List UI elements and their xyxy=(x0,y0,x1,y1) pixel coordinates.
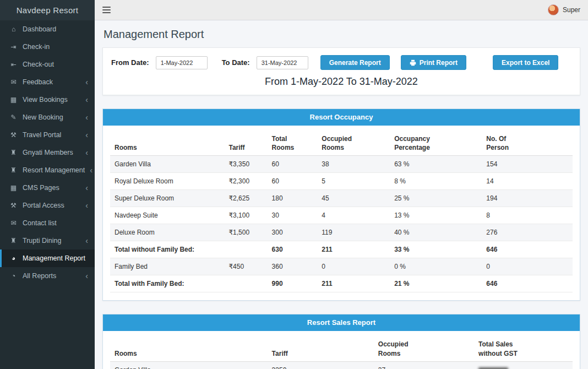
brand[interactable]: Navdeep Resort xyxy=(0,0,95,20)
wrench-icon: ⚒ xyxy=(9,202,18,209)
sidebar-item-label: Check-in xyxy=(23,43,50,51)
sidebar-item-view-bookings[interactable]: ▦View Bookings‹ xyxy=(0,91,95,108)
sidebar-item-all-reports[interactable]: ◔All Reports‹ xyxy=(0,267,95,285)
table-cell: Navdeep Suite xyxy=(110,207,224,224)
table-cell: Garden Villa xyxy=(110,361,268,369)
dashboard-icon: ⌂ xyxy=(9,25,18,33)
avatar xyxy=(548,4,559,15)
column-header: Rooms xyxy=(110,337,268,361)
username: Super xyxy=(563,6,580,14)
column-header: Total Rooms xyxy=(268,131,318,156)
table-cell: 300 xyxy=(268,224,318,241)
sidebar-item-label: Portal Access xyxy=(23,202,64,209)
wrench-icon: ⚒ xyxy=(9,131,18,139)
hamburger-icon[interactable] xyxy=(102,7,111,13)
table-cell: 37 xyxy=(374,361,474,369)
table-cell: 4 xyxy=(317,207,390,224)
sidebar-item-label: Resort Management xyxy=(23,166,85,174)
sidebar-nav: ⌂Dashboard⇥Check-in⇤Check-out✉Feedback‹▦… xyxy=(0,20,95,285)
pie-chart-icon: ◕ xyxy=(9,254,18,262)
content-area: Management Report From Date: To Date: Ge… xyxy=(95,20,588,369)
grid-icon: ▦ xyxy=(9,184,18,192)
table-cell: 8 % xyxy=(390,173,482,190)
table-cell: 194 xyxy=(482,190,573,207)
chevron-left-icon: ‹ xyxy=(85,185,88,191)
occupancy-table-title: Resort Occupancy xyxy=(103,109,580,126)
table-cell: 25 % xyxy=(390,190,482,207)
table-cell: ₹2,300 xyxy=(224,173,267,190)
table-row: Royal Deluxe Room₹2,3006058 %14 xyxy=(110,173,573,190)
table-cell: 21 % xyxy=(390,275,482,292)
sidebar-item-label: View Bookings xyxy=(23,96,68,104)
from-date-label: From Date: xyxy=(111,58,149,67)
sidebar-item-check-out[interactable]: ⇤Check-out xyxy=(0,56,95,73)
table-cell: ₹3,100 xyxy=(224,207,267,224)
table-cell: 33 % xyxy=(390,241,482,258)
table-cell: Garden Villa xyxy=(110,156,224,173)
envelope-icon: ✉ xyxy=(9,219,18,227)
export-excel-button[interactable]: Export to Excel xyxy=(493,55,558,70)
sidebar-item-label: Contact list xyxy=(23,219,57,227)
sidebar-item-resort-management[interactable]: ♜Resort Management‹ xyxy=(0,161,95,179)
table-row: Garden Villa335037 xyxy=(110,361,573,369)
table-row: Family Bed₹45036000 %0 xyxy=(110,258,573,275)
check-in-icon: ⇥ xyxy=(9,43,18,51)
sidebar-item-feedback[interactable]: ✉Feedback‹ xyxy=(0,73,95,91)
sidebar-item-label: New Booking xyxy=(23,113,63,121)
table-cell: 154 xyxy=(482,156,573,173)
table-cell: 360 xyxy=(268,258,318,275)
page-title: Management Report xyxy=(104,28,580,41)
table-cell: Deluxe Room xyxy=(110,224,224,241)
sales-report-card: Resort Sales Report RoomsTariffOccupied … xyxy=(102,314,580,369)
sidebar-item-trupti-dining[interactable]: ♜Trupti Dining‹ xyxy=(0,232,95,249)
calendar-icon: ▦ xyxy=(9,96,18,104)
sidebar-item-portal-access[interactable]: ⚒Portal Access‹ xyxy=(0,197,95,214)
column-header: No. Of Person xyxy=(482,131,573,156)
table-cell: 646 xyxy=(482,275,573,292)
sidebar-item-label: Trupti Dining xyxy=(23,237,61,245)
table-row: Super Deluxe Room₹2,6251804525 %194 xyxy=(110,190,573,207)
occupancy-table: RoomsTariffTotal RoomsOccupied RoomsOccu… xyxy=(110,131,573,292)
sidebar: Navdeep Resort ⌂Dashboard⇥Check-in⇤Check… xyxy=(0,0,95,369)
table-cell: 211 xyxy=(317,241,390,258)
date-range-heading: From 1-May-2022 To 31-May-2022 xyxy=(111,76,571,88)
sidebar-item-gnyati-members[interactable]: ♜Gnyati Members‹ xyxy=(0,144,95,161)
table-cell: Super Deluxe Room xyxy=(110,190,224,207)
sidebar-item-cms-pages[interactable]: ▦CMS Pages‹ xyxy=(0,179,95,197)
sidebar-item-new-booking[interactable]: ✎New Booking‹ xyxy=(0,108,95,126)
table-row: Total with Family Bed:99021121 %646 xyxy=(110,275,573,292)
column-header: Occupied Rooms xyxy=(374,337,474,361)
table-cell: 60 xyxy=(268,156,318,173)
chevron-left-icon: ‹ xyxy=(85,273,88,279)
table-cell: 0 % xyxy=(390,258,482,275)
table-cell xyxy=(224,241,267,258)
sidebar-item-check-in[interactable]: ⇥Check-in xyxy=(0,38,95,56)
column-header: Tariff xyxy=(224,131,267,156)
table-cell: Total without Family Bed: xyxy=(110,241,224,258)
chevron-left-icon: ‹ xyxy=(85,150,88,155)
table-cell: ₹3,350 xyxy=(224,156,267,173)
generate-report-button[interactable]: Generate Report xyxy=(320,55,390,70)
check-out-icon: ⇤ xyxy=(9,61,18,68)
table-cell: 0 xyxy=(317,258,390,275)
user-menu[interactable]: Super xyxy=(548,4,580,15)
table-cell: 0 xyxy=(482,258,573,275)
table-cell: 119 xyxy=(317,224,390,241)
table-cell: 3350 xyxy=(268,361,374,369)
table-cell: 276 xyxy=(482,224,573,241)
sidebar-item-dashboard[interactable]: ⌂Dashboard xyxy=(0,20,95,38)
table-row: Total without Family Bed:63021133 %646 xyxy=(110,241,573,258)
print-report-button[interactable]: Print Report xyxy=(401,55,466,70)
sidebar-item-management-report[interactable]: ◕Management Report xyxy=(0,249,95,267)
from-date-input[interactable] xyxy=(156,56,208,69)
sidebar-item-travel-portal[interactable]: ⚒Travel Portal‹ xyxy=(0,126,95,144)
book-icon: ✎ xyxy=(9,113,18,121)
feedback-icon: ✉ xyxy=(9,78,18,86)
sidebar-item-contact-list[interactable]: ✉Contact list xyxy=(0,214,95,232)
printer-icon xyxy=(410,59,416,66)
print-report-label: Print Report xyxy=(420,59,458,67)
sidebar-item-label: Management Report xyxy=(23,254,85,262)
sidebar-item-label: Feedback xyxy=(23,78,53,86)
table-header-row: RoomsTariffTotal RoomsOccupied RoomsOccu… xyxy=(110,131,573,156)
to-date-input[interactable] xyxy=(257,56,308,69)
